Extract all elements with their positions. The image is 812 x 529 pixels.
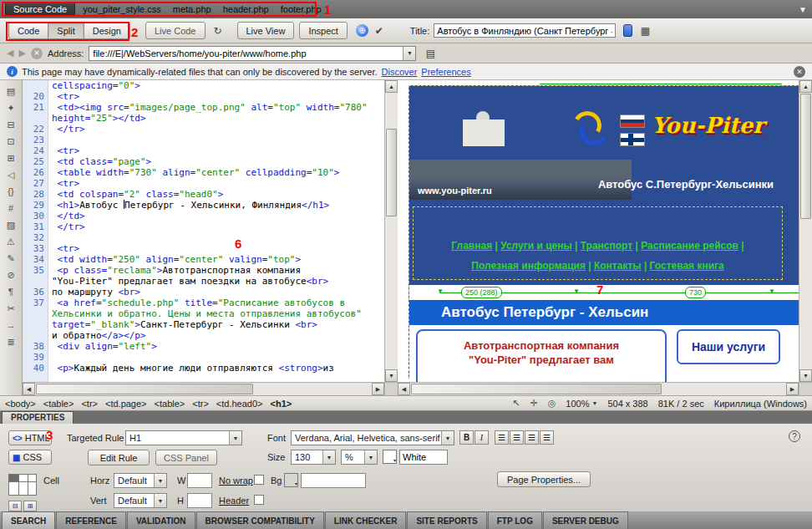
discover-link[interactable]: Discover (382, 67, 418, 77)
size-select[interactable]: 130▼ (291, 450, 336, 465)
tag-selector-item[interactable]: <tr> (81, 399, 98, 409)
align-right-icon[interactable]: ☰ (525, 430, 539, 445)
balance-braces-icon[interactable]: {} (3, 185, 19, 198)
panel-tab-server-debug[interactable]: SERVER DEBUG (543, 511, 628, 529)
code-line[interactable]: target="_blank">Санкт-Петербург - Хельси… (23, 319, 384, 330)
inspect-button[interactable]: Inspect (299, 22, 347, 39)
panel-tab-reference[interactable]: REFERENCE (56, 511, 126, 529)
tag-selector-item[interactable]: <td.page> (105, 399, 147, 409)
cell-width-input[interactable] (187, 473, 212, 488)
nav-link[interactable]: Услуги и цены (500, 240, 572, 252)
split-cell-icon[interactable]: ⊞ (23, 501, 37, 511)
format-source-code-icon[interactable]: ≣ (3, 335, 19, 348)
code-line[interactable]: 36по маршруту <br> (23, 287, 384, 298)
help-icon[interactable]: ? (789, 430, 800, 442)
panel-tab-site-reports[interactable]: SITE REPORTS (407, 511, 486, 529)
related-file-tab[interactable]: you_piter_style.css (77, 3, 167, 16)
apply-comment-icon[interactable]: ✎ (3, 252, 19, 265)
stop-icon[interactable]: ✕ (31, 48, 43, 59)
code-line[interactable]: Хельсинки и обратно. Цены и места отправ… (23, 308, 384, 319)
scroll-up-icon[interactable]: ▲ (799, 80, 812, 93)
panel-tab-search[interactable]: SEARCH (2, 511, 55, 529)
code-line[interactable]: и обратно</a></p> (23, 330, 384, 341)
nav-link[interactable]: Гостевая книга (650, 260, 724, 272)
text-color-swatch[interactable]: ▾ (383, 450, 397, 464)
code-line[interactable]: 26 <table width="730" align="center" cel… (23, 167, 384, 178)
view-options-icon[interactable]: ▤ (421, 44, 439, 62)
no-wrap-checkbox[interactable] (254, 475, 264, 485)
scroll-thumb[interactable] (36, 384, 253, 394)
code-line[interactable]: 33 <tr> (23, 243, 384, 254)
properties-tab[interactable]: PROPERTIES (2, 411, 74, 424)
preferences-link[interactable]: Preferences (421, 67, 470, 77)
design-canvas[interactable]: www.you-piter.ru You-Piter Автобус С.Пет… (398, 80, 799, 382)
code-line[interactable]: 30 </td> (23, 211, 384, 221)
filter-icon[interactable]: ▼ (799, 5, 807, 14)
code-line[interactable]: 39 (23, 352, 384, 363)
related-file-tab[interactable]: footer.php (275, 3, 327, 16)
align-justify-icon[interactable]: ☰ (540, 430, 554, 445)
code-line[interactable]: 35 <p class="reclama">Автотранспортная к… (23, 265, 384, 276)
nav-link[interactable]: Контакты (594, 260, 642, 272)
nav-link[interactable]: Полезная информация (471, 260, 586, 272)
code-line[interactable]: 20 <tr> (23, 91, 384, 102)
live-code-button[interactable]: Live Code (145, 22, 206, 39)
zoom-level-select[interactable]: 100%▼ (566, 399, 597, 409)
code-line[interactable]: 31 </tr> (23, 221, 384, 232)
zoom-tool-icon[interactable]: ◎ (548, 398, 556, 409)
select-parent-tag-icon[interactable]: ◁ (3, 168, 19, 181)
vert-select[interactable]: Default▼ (114, 493, 167, 508)
italic-button[interactable]: I (475, 430, 489, 445)
design-view-pane[interactable]: www.you-piter.ru You-Piter Автобус С.Пет… (398, 80, 812, 395)
remove-comment-icon[interactable]: ⊘ (3, 268, 19, 282)
refresh-live-view-icon[interactable]: ↻ (209, 22, 227, 39)
open-documents-icon[interactable]: ▤ (3, 84, 19, 98)
panel-tab-ftp-log[interactable]: FTP LOG (488, 511, 542, 529)
code-line[interactable]: 24 <tr> (23, 145, 384, 156)
code-line[interactable]: 27 <tr> (23, 178, 384, 189)
select-tool-icon[interactable]: ↖ (512, 398, 520, 409)
file-management-icon[interactable] (623, 24, 632, 37)
line-numbers-icon[interactable]: # (3, 201, 19, 215)
tag-selector-item[interactable]: <body> (5, 399, 36, 409)
title-input[interactable] (434, 23, 616, 38)
address-input[interactable] (89, 48, 403, 58)
recent-snippets-icon[interactable]: ✂ (3, 302, 19, 315)
horz-select[interactable]: Default▼ (114, 473, 167, 488)
align-left-icon[interactable]: ☰ (495, 430, 509, 445)
scroll-down-icon[interactable]: ▼ (799, 369, 812, 382)
hand-tool-icon[interactable]: ✛ (530, 398, 537, 409)
related-file-tab[interactable]: meta.php (167, 3, 217, 16)
scroll-left-icon[interactable]: ◀ (23, 383, 35, 395)
scroll-right-icon[interactable]: ▶ (372, 383, 384, 395)
live-view-button[interactable]: Live View (237, 22, 295, 39)
indent-code-icon[interactable]: → (3, 318, 19, 332)
address-dropdown-icon[interactable]: ▼ (403, 47, 415, 60)
back-icon[interactable]: ◀ (7, 48, 13, 58)
code-line[interactable]: height="25"></td> (23, 113, 384, 124)
source-code-tab[interactable]: Source Code (5, 2, 75, 17)
nav-link[interactable]: Расписание рейсов (641, 240, 738, 252)
code-view-pane[interactable]: cellspacing="0">20 <tr>21 <td><img src="… (23, 80, 398, 395)
code-line[interactable]: cellspacing="0"> (23, 80, 384, 91)
align-center-icon[interactable]: ☰ (510, 430, 524, 445)
wrap-tag-icon[interactable]: ¶ (3, 285, 19, 298)
highlight-invalid-code-icon[interactable]: ▨ (3, 218, 19, 231)
nav-link[interactable]: Транспорт (581, 240, 632, 252)
code-line[interactable]: 37 <a href="schedule.php" title="Расписа… (23, 298, 384, 308)
code-line[interactable]: 22 </tr> (23, 124, 384, 135)
window-dimensions[interactable]: 504 x 388 (607, 399, 647, 409)
css-panel-button[interactable]: CSS Panel (155, 450, 217, 465)
preview-in-browser-icon[interactable]: ⊕ (356, 24, 368, 37)
related-file-tab[interactable]: header.php (217, 3, 275, 16)
font-select[interactable]: Verdana, Arial, Helvetica, sans-serif▼ (291, 430, 454, 445)
split-view-button[interactable]: Split (48, 22, 84, 39)
tag-selector-item[interactable]: <tr> (192, 399, 209, 409)
css-mode-button[interactable]: ▦CSS (8, 450, 52, 465)
panel-tab-validation[interactable]: VALIDATION (127, 511, 195, 529)
bold-button[interactable]: B (459, 430, 474, 445)
expand-all-icon[interactable]: ⊞ (3, 151, 19, 165)
code-view-button[interactable]: Code (8, 22, 48, 39)
panel-tab-browser-compatibility[interactable]: BROWSER COMPATIBILITY (196, 511, 324, 529)
table-width-guide[interactable]: 730 (685, 287, 706, 298)
